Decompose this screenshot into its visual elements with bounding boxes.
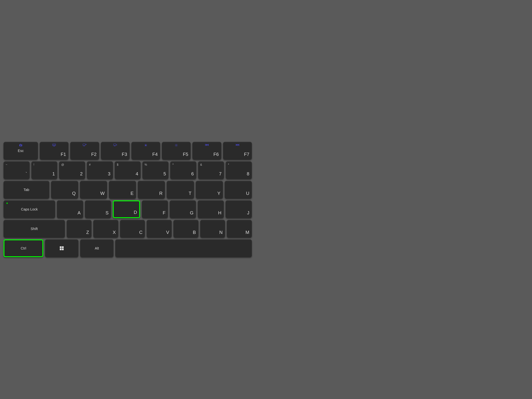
q-label: Q: [72, 191, 76, 196]
f2-label: F2: [91, 152, 96, 157]
key-backtick[interactable]: ~ `: [4, 161, 30, 179]
key-n[interactable]: N: [200, 220, 225, 238]
key-shift[interactable]: Shift: [4, 220, 65, 238]
key-f7[interactable]: F7: [223, 142, 252, 160]
key-j[interactable]: J: [226, 200, 252, 218]
j-label: J: [247, 210, 249, 216]
z-label: Z: [86, 230, 89, 235]
key-7[interactable]: & 7: [198, 161, 224, 179]
svg-rect-4: [52, 144, 56, 146]
key-h[interactable]: H: [198, 200, 224, 218]
v-label: V: [166, 230, 169, 235]
key-f6[interactable]: F6: [192, 142, 221, 160]
key-s[interactable]: S: [85, 200, 111, 218]
5-label: 5: [164, 171, 166, 177]
x-label: X: [113, 230, 116, 235]
key-f5[interactable]: F5: [162, 142, 191, 160]
key-8[interactable]: * 8: [226, 161, 252, 179]
8-label: 8: [247, 171, 249, 177]
number-row: ~ ` ! 1 @ 2 # 3 $ 4 % 5 ^ 6 & 7: [4, 161, 252, 179]
key-b[interactable]: B: [173, 220, 198, 238]
key-r[interactable]: R: [138, 181, 165, 199]
key-v[interactable]: V: [147, 220, 172, 238]
key-5[interactable]: % 5: [142, 161, 168, 179]
key-c[interactable]: C: [120, 220, 145, 238]
key-u[interactable]: U: [225, 181, 252, 199]
key-2[interactable]: @ 2: [59, 161, 85, 179]
monitor-dim-icon: [113, 144, 117, 146]
backtick-label: `: [25, 171, 27, 177]
key-w[interactable]: W: [80, 181, 107, 199]
key-d[interactable]: D: [113, 200, 140, 218]
svg-rect-10: [83, 146, 85, 146]
key-m[interactable]: M: [227, 220, 252, 238]
fn-row: Esc F1: [4, 142, 252, 160]
key-e[interactable]: E: [109, 181, 136, 199]
svg-rect-12: [114, 144, 116, 146]
key-esc[interactable]: Esc: [4, 142, 38, 160]
key-4[interactable]: $ 4: [115, 161, 141, 179]
6-top: ^: [172, 163, 174, 166]
monitor-icon: [52, 144, 56, 146]
f1-label: F1: [61, 152, 66, 157]
key-win[interactable]: [45, 239, 78, 257]
n-label: N: [219, 230, 223, 235]
svg-rect-5: [54, 146, 55, 146]
key-space[interactable]: [115, 239, 252, 257]
key-f[interactable]: F: [142, 200, 168, 218]
svg-marker-37: [207, 144, 209, 146]
key-f1[interactable]: F1: [40, 142, 69, 160]
qwerty-row: Tab Q W E R T Y U: [4, 181, 252, 199]
key-x[interactable]: X: [93, 220, 118, 238]
svg-rect-14: [116, 145, 117, 145]
key-f4[interactable]: F4: [131, 142, 160, 160]
svg-line-33: [177, 146, 177, 146]
b-label: B: [193, 230, 196, 235]
3-label: 3: [108, 171, 110, 177]
u-label: U: [246, 191, 249, 196]
key-a[interactable]: A: [57, 200, 83, 218]
key-alt[interactable]: Alt: [80, 239, 114, 257]
f5-label: F5: [183, 152, 188, 157]
key-g[interactable]: G: [170, 200, 196, 218]
key-f3[interactable]: F3: [101, 142, 130, 160]
svg-rect-17: [114, 146, 116, 146]
svg-rect-7: [83, 144, 85, 146]
svg-point-1: [20, 145, 21, 146]
key-f2[interactable]: F2: [70, 142, 99, 160]
backtick-top: ~: [6, 163, 7, 166]
a-label: A: [77, 210, 81, 216]
svg-line-34: [177, 144, 177, 145]
sun-icon: [144, 144, 147, 147]
keyboard: Esc F1: [4, 142, 252, 257]
svg-line-35: [175, 146, 176, 146]
t-label: T: [189, 191, 191, 196]
key-1[interactable]: ! 1: [32, 161, 57, 179]
f7-label: F7: [244, 152, 249, 157]
tab-label: Tab: [24, 188, 29, 192]
sun-dim-icon: [175, 144, 178, 147]
monitor-x-icon: [83, 144, 87, 146]
key-z[interactable]: Z: [67, 220, 92, 238]
key-y[interactable]: Y: [196, 181, 223, 199]
c-label: C: [139, 230, 143, 235]
key-3[interactable]: # 3: [87, 161, 113, 179]
key-6[interactable]: ^ 6: [170, 161, 196, 179]
h-label: H: [218, 210, 222, 216]
esc-label: Esc: [18, 149, 24, 153]
key-caps-lock[interactable]: Caps Lock: [4, 200, 55, 218]
4-label: 4: [136, 171, 138, 177]
5-top: %: [145, 163, 147, 166]
key-q[interactable]: Q: [51, 181, 78, 199]
key-tab[interactable]: Tab: [4, 181, 49, 199]
key-ctrl[interactable]: Ctrl: [4, 239, 43, 257]
7-top: &: [200, 163, 202, 166]
svg-rect-16: [114, 146, 115, 146]
1-label: 1: [52, 171, 55, 177]
rewind-icon: [205, 144, 209, 146]
7-label: 7: [219, 171, 222, 177]
f4-label: F4: [152, 152, 158, 157]
svg-line-26: [145, 146, 145, 146]
w-label: W: [100, 191, 105, 196]
key-t[interactable]: T: [167, 181, 194, 199]
